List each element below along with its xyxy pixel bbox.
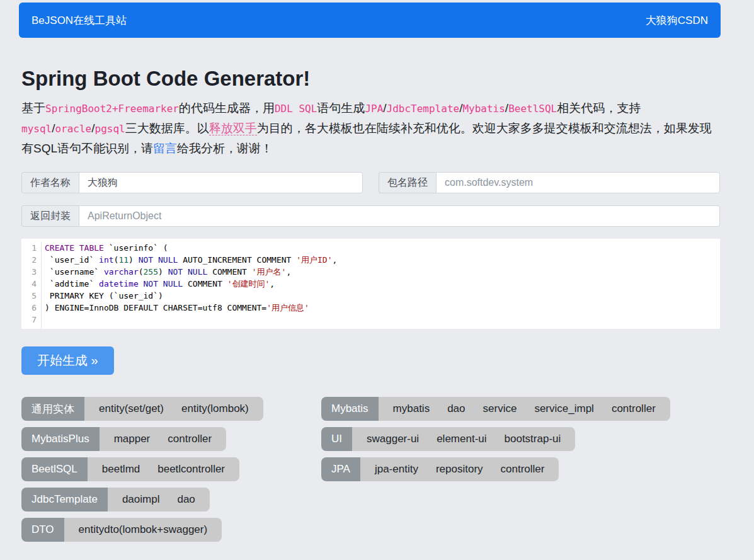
code-token: PRIMARY KEY (`user_id`)	[45, 291, 163, 300]
tag-group: JdbcTemplatedaoimpldao	[21, 488, 210, 511]
code-token: ) ENGINE=InnoDB DEFAULT CHARSET=utf8 COM…	[45, 303, 266, 312]
tag-group-label: MybatisPlus	[21, 427, 100, 451]
code-token: NOT NULL	[139, 255, 178, 265]
tag-column-left: 通用实体entity(set/get)entity(lombok)Mybatis…	[21, 397, 321, 548]
tag-item[interactable]: dao	[168, 488, 203, 511]
code-token	[139, 279, 144, 289]
code-token: `userinfo` (	[104, 243, 168, 253]
line-number: 5	[21, 290, 37, 302]
tag-items: mappercontroller	[100, 427, 227, 451]
tag-items: entity(set/get)entity(lombok)	[84, 397, 263, 421]
editor-gutter: 1234567	[21, 242, 42, 329]
tag-item[interactable]: controller	[603, 397, 665, 421]
wrapper-input[interactable]	[79, 205, 720, 227]
code-token: int	[99, 255, 113, 265]
tag-item[interactable]: controller	[492, 457, 554, 481]
tag-group: MybatisPlusmappercontroller	[21, 427, 226, 451]
tag-items: daoimpldao	[108, 488, 210, 511]
inline-code: JdbcTemplate	[387, 103, 460, 115]
code-line: ) ENGINE=InnoDB DEFAULT CHARSET=utf8 COM…	[45, 302, 720, 314]
generate-button[interactable]: 开始生成 »	[21, 346, 114, 375]
tag-item[interactable]: entity(set/get)	[90, 397, 173, 421]
form-row-1: 作者名称 包名路径	[21, 172, 720, 193]
line-number: 2	[21, 254, 37, 266]
template-tag-area: 通用实体entity(set/get)entity(lombok)Mybatis…	[21, 397, 720, 548]
tag-group: BeetlSQLbeetlmdbeetlcontroller	[21, 457, 239, 481]
sql-editor: 1234567 CREATE TABLE `userinfo` ( `user_…	[21, 239, 720, 329]
intro-paragraph: 基于SpringBoot2+Freemarker的代码生成器，用DDL SQL语…	[21, 98, 720, 158]
code-token: '用户ID'	[296, 255, 332, 265]
package-input-group: 包名路径	[379, 172, 720, 193]
tag-items: mybatisdaoserviceservice_implcontroller	[379, 397, 670, 421]
code-token: `username`	[45, 267, 104, 277]
tag-item[interactable]: jpa-entity	[366, 457, 427, 481]
tag-item[interactable]: service_impl	[525, 397, 602, 421]
line-number: 6	[21, 302, 37, 314]
tag-group: 通用实体entity(set/get)entity(lombok)	[21, 397, 263, 421]
tag-items: jpa-entityrepositorycontroller	[360, 457, 559, 481]
tag-item[interactable]: mapper	[105, 427, 159, 451]
tag-group: JPAjpa-entityrepositorycontroller	[321, 457, 559, 481]
tag-item[interactable]: beetlcontroller	[149, 457, 234, 481]
tag-item[interactable]: controller	[159, 427, 220, 451]
message-link[interactable]: 留言	[153, 142, 177, 155]
free-hands-link[interactable]: 释放双手	[209, 122, 257, 135]
tag-group: Mybatismybatisdaoserviceservice_implcont…	[321, 397, 670, 421]
tag-item[interactable]: mybatis	[384, 397, 439, 421]
author-label: 作者名称	[21, 172, 79, 193]
tag-group-label: DTO	[21, 518, 64, 542]
tag-item[interactable]: dao	[438, 397, 474, 421]
code-token: COMMENT	[183, 279, 227, 289]
line-number: 3	[21, 266, 37, 278]
code-line: CREATE TABLE `userinfo` (	[45, 242, 720, 254]
tag-item[interactable]: bootstrap-ui	[496, 427, 570, 451]
code-line	[45, 314, 720, 326]
package-input[interactable]	[436, 172, 720, 193]
tag-item[interactable]: beetlmd	[93, 457, 149, 481]
intro-text: 的代码生成器，用	[179, 101, 275, 115]
tag-group-label: JPA	[321, 457, 360, 481]
code-token: COMMENT	[207, 267, 251, 277]
code-token: '用户信息'	[266, 303, 309, 312]
tag-item[interactable]: service	[474, 397, 526, 421]
tag-group: UIswagger-uielement-uibootstrap-ui	[321, 427, 575, 451]
inline-code: oracle	[55, 123, 91, 135]
line-number: 1	[21, 242, 37, 254]
csdn-link[interactable]: 大狼狗CSDN	[646, 13, 708, 28]
tag-items: entitydto(lombok+swagger)	[64, 518, 222, 542]
author-input[interactable]	[79, 172, 363, 193]
code-token: ,	[286, 267, 291, 277]
code-line: PRIMARY KEY (`user_id`)	[45, 290, 720, 302]
tag-item[interactable]: swagger-ui	[358, 427, 428, 451]
code-token: )	[158, 267, 168, 277]
inline-code: DDL SQL	[275, 103, 317, 115]
code-token: AUTO_INCREMENT COMMENT	[178, 255, 296, 265]
code-token: )	[129, 255, 139, 265]
code-token: NOT NULL	[144, 279, 183, 289]
code-token: datetime	[99, 279, 139, 289]
tag-item[interactable]: entitydto(lombok+swagger)	[70, 518, 217, 542]
tag-group: DTOentitydto(lombok+swagger)	[21, 518, 222, 542]
app-header: BeJSON在线工具站 大狼狗CSDN	[19, 3, 721, 38]
code-line: `addtime` datetime NOT NULL COMMENT '创建时…	[45, 278, 720, 290]
sql-code-area[interactable]: CREATE TABLE `userinfo` ( `user_id` int(…	[42, 242, 720, 329]
tag-item[interactable]: repository	[427, 457, 492, 481]
inline-code: SpringBoot2+Freemarker	[45, 103, 179, 115]
brand-link[interactable]: BeJSON在线工具站	[31, 13, 127, 28]
inline-code: Mybatis	[462, 103, 505, 115]
package-label: 包名路径	[379, 172, 436, 193]
tag-item[interactable]: daoimpl	[113, 488, 169, 511]
tag-group-label: JdbcTemplate	[21, 488, 108, 511]
code-token: 255	[144, 267, 158, 277]
code-token: 11	[118, 255, 129, 265]
main-content: Spring Boot Code Generator! 基于SpringBoot…	[21, 38, 720, 548]
code-token: NOT NULL	[168, 267, 208, 277]
wrapper-label: 返回封装	[21, 205, 79, 227]
tag-item[interactable]: entity(lombok)	[173, 397, 258, 421]
tag-group-label: Mybatis	[321, 397, 379, 421]
inline-code: mysql	[21, 123, 52, 135]
tag-item[interactable]: element-ui	[428, 427, 495, 451]
tag-group-label: 通用实体	[21, 397, 84, 421]
code-token: ,	[270, 279, 275, 289]
intro-text: 给我分析，谢谢！	[177, 142, 273, 155]
